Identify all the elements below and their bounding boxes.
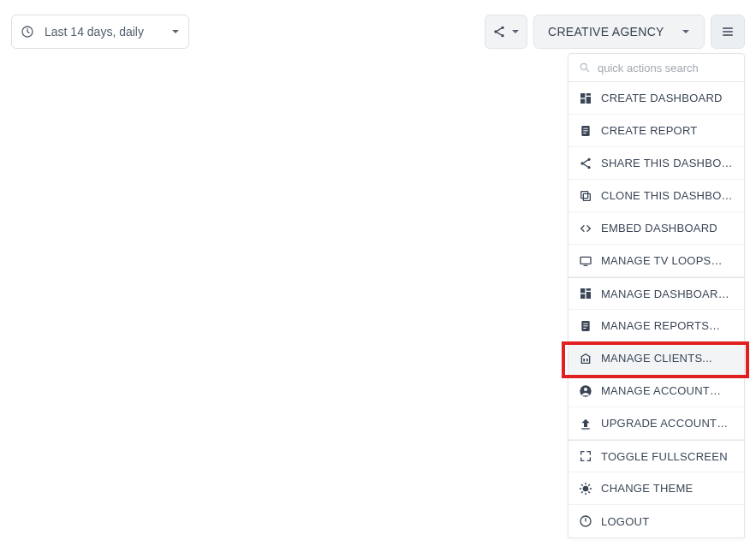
date-range-label: Last 14 days, daily <box>43 25 144 39</box>
menu-item-clone-dashboard[interactable]: CLONE THIS DASHBOARD <box>568 180 744 212</box>
menu-item-manage-dashboards[interactable]: MANAGE DASHBOARDS... <box>568 277 744 310</box>
menu-item-manage-account[interactable]: MANAGE ACCOUNT… <box>568 375 744 407</box>
menu-item-change-theme[interactable]: CHANGE THEME <box>568 472 744 505</box>
menu-button[interactable] <box>711 15 745 49</box>
menu-item-manage-clients[interactable]: MANAGE CLIENTS... <box>568 342 744 375</box>
menu-item-embed-dashboard[interactable]: EMBED DASHBOARD <box>568 212 744 245</box>
menu-item-toggle-fullscreen[interactable]: TOGGLE FULLSCREEN <box>568 440 744 472</box>
menu-item-upgrade-account[interactable]: UPGRADE ACCOUNT… <box>568 407 744 440</box>
date-range-selector[interactable]: Last 14 days, daily <box>11 15 189 49</box>
menu-item-label: MANAGE CLIENTS... <box>601 352 712 365</box>
report-icon <box>579 319 592 333</box>
menu-item-label: CREATE REPORT <box>601 124 698 137</box>
menu-item-share-dashboard[interactable]: SHARE THIS DASHBOARD <box>568 147 744 180</box>
dashboard-icon <box>579 287 592 300</box>
menu-item-label: LOGOUT <box>601 515 649 528</box>
logout-icon <box>579 514 592 528</box>
menu-item-label: MANAGE ACCOUNT… <box>601 384 721 397</box>
menu-item-label: TOGGLE FULLSCREEN <box>601 450 728 463</box>
menu-item-label: CLONE THIS DASHBOARD <box>601 189 734 202</box>
menu-item-label: SHARE THIS DASHBOARD <box>601 157 734 169</box>
topbar-left: Last 14 days, daily <box>11 15 189 49</box>
share-button[interactable] <box>485 15 527 49</box>
topbar-right: CREATIVE AGENCY <box>485 15 745 49</box>
menu-item-label: CHANGE THEME <box>601 482 693 495</box>
tv-icon <box>579 254 592 268</box>
dashboard-icon <box>579 92 592 105</box>
clone-icon <box>579 189 592 203</box>
menu-item-label: EMBED DASHBOARD <box>601 222 717 234</box>
actions-dropdown: CREATE DASHBOARD CREATE REPORT SHARE THI… <box>568 53 745 538</box>
chevron-down-icon <box>511 27 520 36</box>
client-selector-label: CREATIVE AGENCY <box>548 25 664 39</box>
menu-item-label: CREATE DASHBOARD <box>601 92 723 104</box>
quick-actions-search-row <box>568 54 744 82</box>
menu-item-manage-tv-loops[interactable]: MANAGE TV LOOPS… <box>568 245 744 277</box>
upgrade-icon <box>579 417 592 430</box>
clients-icon <box>579 352 592 365</box>
fullscreen-icon <box>579 449 592 463</box>
chevron-down-icon <box>682 27 690 36</box>
menu-item-manage-reports[interactable]: MANAGE REPORTS… <box>568 310 744 342</box>
chevron-down-icon <box>171 27 180 36</box>
menu-item-create-report[interactable]: CREATE REPORT <box>568 115 744 147</box>
client-selector[interactable]: CREATIVE AGENCY <box>533 15 705 49</box>
theme-icon <box>579 482 592 496</box>
menu-item-label: UPGRADE ACCOUNT… <box>601 417 728 430</box>
menu-item-label: MANAGE DASHBOARDS... <box>601 288 734 300</box>
quick-actions-search-input[interactable] <box>598 62 741 74</box>
topbar: Last 14 days, daily CREATIVE AGENCY <box>0 0 756 50</box>
share-icon <box>579 157 592 170</box>
embed-icon <box>579 222 592 235</box>
menu-item-label: MANAGE REPORTS… <box>601 319 720 332</box>
clock-icon <box>21 25 34 39</box>
menu-item-logout[interactable]: LOGOUT <box>568 505 744 537</box>
share-icon <box>492 25 506 39</box>
account-icon <box>579 384 592 398</box>
menu-icon <box>721 25 735 39</box>
menu-item-label: MANAGE TV LOOPS… <box>601 254 723 267</box>
report-icon <box>579 124 592 138</box>
menu-item-create-dashboard[interactable]: CREATE DASHBOARD <box>568 82 744 115</box>
search-icon <box>579 62 591 74</box>
